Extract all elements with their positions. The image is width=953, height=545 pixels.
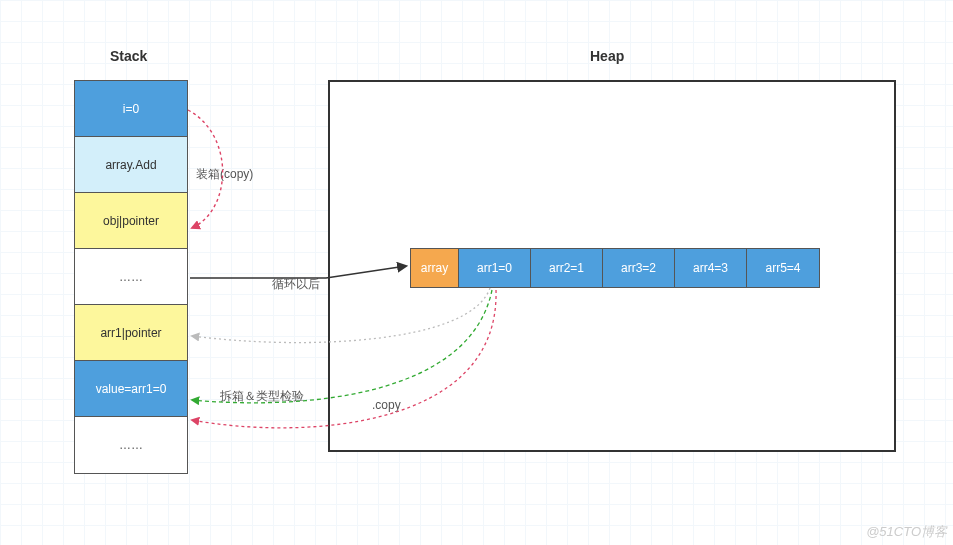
stack-cell-i: i=0 xyxy=(75,81,187,137)
stack-title: Stack xyxy=(110,48,147,64)
stack-cell-objptr: obj|pointer xyxy=(75,193,187,249)
heap-array-item: arr1=0 xyxy=(459,249,531,287)
label-boxing: 装箱(copy) xyxy=(196,166,253,183)
heap-array-item: arr2=1 xyxy=(531,249,603,287)
heap-array: array arr1=0 arr2=1 arr3=2 arr4=3 arr5=4 xyxy=(410,248,820,288)
heap-array-item: arr5=4 xyxy=(747,249,819,287)
label-afterloop: 循环以后 xyxy=(272,276,320,293)
heap-array-item: arr3=2 xyxy=(603,249,675,287)
label-unboxing: 拆箱＆类型检验 xyxy=(220,388,304,405)
label-copy: .copy xyxy=(372,398,401,412)
heap-array-item: arr4=3 xyxy=(675,249,747,287)
stack-cell-ellipsis2: …… xyxy=(75,417,187,473)
heap-array-head: array xyxy=(411,249,459,287)
stack-column: i=0 array.Add obj|pointer …… arr1|pointe… xyxy=(74,80,188,474)
stack-cell-value: value=arr1=0 xyxy=(75,361,187,417)
stack-cell-arrayadd: array.Add xyxy=(75,137,187,193)
stack-cell-arr1ptr: arr1|pointer xyxy=(75,305,187,361)
heap-title: Heap xyxy=(590,48,624,64)
stack-cell-ellipsis1: …… xyxy=(75,249,187,305)
watermark: @51CTO博客 xyxy=(866,523,947,541)
